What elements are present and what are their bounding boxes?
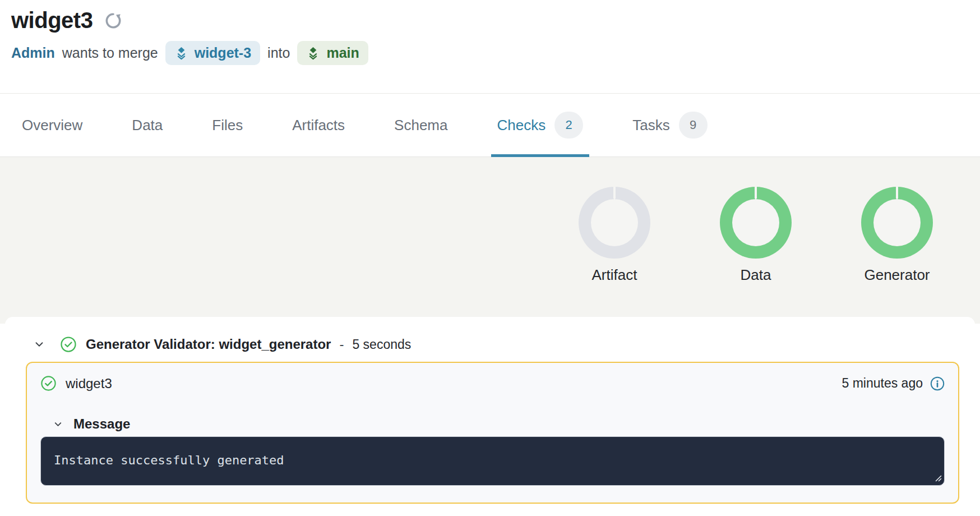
merge-connector-text: into: [267, 45, 290, 61]
tab-label: Schema: [394, 117, 447, 134]
merge-description: Admin wants to merge widget-3 into main: [11, 41, 980, 65]
result-timestamp: 5 minutes ago: [842, 376, 923, 391]
refresh-icon[interactable]: [104, 11, 123, 30]
tasks-count-badge: 9: [679, 112, 708, 139]
branch-layers-icon: [306, 46, 320, 60]
author-name: Admin: [11, 45, 55, 61]
check-status-donuts: Artifact Data Generator: [579, 187, 933, 284]
tab-files[interactable]: Files: [206, 94, 249, 156]
checks-detail-panel: Generator Validator: widget_generator - …: [5, 317, 975, 516]
source-branch-badge[interactable]: widget-3: [165, 41, 260, 65]
resize-grip-icon[interactable]: [933, 473, 942, 482]
check-circle-icon: [60, 336, 77, 353]
tab-label: Overview: [22, 117, 82, 134]
data-status-ring[interactable]: [720, 187, 792, 259]
tab-tasks[interactable]: Tasks 9: [626, 94, 713, 156]
message-textarea[interactable]: Instance successfully generated: [40, 436, 945, 486]
header: widget3 Admin wants to merge widget-3 in…: [0, 0, 980, 93]
tab-label: Tasks: [632, 117, 669, 134]
source-branch-name: widget-3: [195, 45, 251, 61]
donut-label: Artifact: [592, 266, 637, 284]
target-branch-badge[interactable]: main: [297, 41, 368, 65]
merge-action-text: wants to merge: [62, 45, 158, 61]
check-group-header: Generator Validator: widget_generator - …: [5, 317, 975, 353]
branch-layers-icon: [174, 46, 188, 60]
generator-status-ring[interactable]: [861, 187, 933, 259]
check-separator: -: [339, 337, 344, 352]
result-instance-name: widget3: [66, 376, 112, 391]
chevron-down-icon[interactable]: [53, 419, 63, 430]
check-circle-icon: [40, 375, 57, 391]
target-branch-name: main: [326, 45, 359, 61]
donut-artifact: Artifact: [579, 187, 650, 284]
checks-count-badge: 2: [554, 112, 583, 139]
check-title: Generator Validator: widget_generator: [86, 337, 331, 352]
chevron-down-icon[interactable]: [33, 338, 45, 351]
donut-data: Data: [720, 187, 792, 284]
check-duration: 5 seconds: [352, 337, 411, 352]
message-section-header: Message: [53, 416, 945, 432]
info-icon[interactable]: [930, 376, 945, 391]
tab-label: Data: [132, 117, 163, 134]
tab-label: Files: [212, 117, 243, 134]
donut-generator: Generator: [861, 187, 933, 284]
tab-bar: Overview Data Files Artifacts Schema Che…: [0, 93, 980, 157]
donut-label: Generator: [864, 266, 930, 284]
artifact-status-ring[interactable]: [579, 187, 650, 259]
tab-overview[interactable]: Overview: [16, 94, 89, 156]
tab-data[interactable]: Data: [126, 94, 169, 156]
pull-request-page: widget3 Admin wants to merge widget-3 in…: [0, 0, 980, 516]
tab-artifacts[interactable]: Artifacts: [286, 94, 351, 156]
check-result-card: widget3 5 minutes ago: [26, 362, 959, 504]
message-box-wrapper: Instance successfully generated: [40, 436, 945, 486]
tab-checks[interactable]: Checks 2: [491, 94, 590, 156]
page-title: widget3: [11, 8, 93, 33]
tab-schema[interactable]: Schema: [388, 94, 454, 156]
tab-label: Artifacts: [292, 117, 345, 134]
message-label: Message: [73, 416, 130, 432]
checks-summary-strip: Retry all Artifact Data Generator: [0, 157, 980, 324]
tab-label: Checks: [497, 117, 546, 134]
donut-label: Data: [741, 266, 771, 284]
